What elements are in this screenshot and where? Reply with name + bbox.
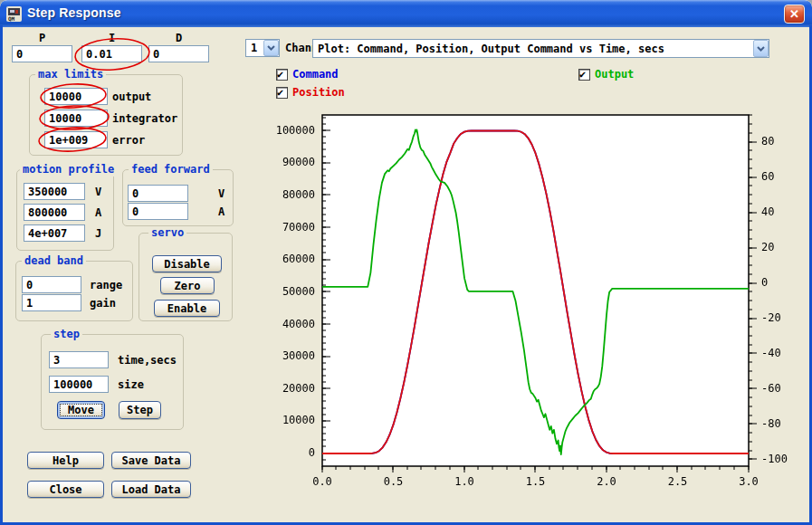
motion-profile-group: motion profile V A J	[16, 169, 114, 251]
acceleration-label: A	[95, 206, 101, 219]
velocity-label: V	[95, 186, 101, 198]
step-button[interactable]: Step	[119, 401, 161, 419]
command-checkbox-label: Command	[292, 68, 339, 81]
check-icon: ✔	[277, 68, 283, 81]
chevron-down-icon[interactable]	[263, 40, 279, 56]
velocity-field[interactable]	[24, 183, 85, 200]
d-gain-field[interactable]	[148, 45, 209, 62]
move-button[interactable]: Move	[57, 401, 105, 419]
command-checkbox[interactable]: ✔	[276, 69, 288, 81]
channel-select[interactable]: 1	[245, 39, 280, 57]
step-time-label: time,secs	[118, 354, 177, 367]
servo-zero-button[interactable]: Zero	[160, 277, 215, 294]
step-time-field[interactable]	[49, 351, 109, 368]
dead-band-group: dead band range gain	[15, 261, 133, 321]
p-label: P	[12, 32, 72, 44]
close-icon: ✕	[789, 7, 799, 21]
close-window-button[interactable]: Close	[27, 481, 104, 498]
app-icon: QM	[6, 6, 22, 22]
max-limits-group: max limits output integrator error	[29, 74, 183, 156]
chevron-down-icon[interactable]	[753, 40, 769, 57]
output-checkbox-label: Output	[595, 68, 634, 81]
p-gain-field[interactable]	[12, 45, 72, 62]
app-window: QM Step Response ✕ P I D 1 Channel Plot:…	[0, 0, 812, 525]
step-size-field[interactable]	[49, 376, 109, 393]
servo-disable-button[interactable]: Disable	[152, 255, 222, 272]
load-data-button[interactable]: Load Data	[111, 481, 191, 498]
dead-band-range-label: range	[90, 279, 122, 291]
max-output-field[interactable]	[44, 88, 108, 105]
max-error-field[interactable]	[44, 131, 108, 148]
d-label: D	[148, 32, 209, 44]
dead-band-gain-label: gain	[90, 297, 116, 310]
title-bar[interactable]: QM Step Response ✕	[0, 0, 812, 27]
check-icon: ✔	[579, 68, 586, 81]
jerk-label: J	[95, 227, 101, 240]
servo-title: servo	[148, 226, 186, 240]
channel-value: 1	[246, 42, 263, 54]
servo-group: servo Disable Zero Enable	[139, 233, 233, 321]
check-icon: ✔	[277, 86, 283, 99]
max-integrator-field[interactable]	[44, 110, 108, 127]
output-checkbox[interactable]: ✔	[578, 69, 590, 81]
window-border-left	[0, 25, 3, 525]
ff-acceleration-label: A	[218, 205, 224, 218]
max-integrator-label: integrator	[112, 112, 177, 125]
position-checkbox[interactable]: ✔	[276, 87, 288, 99]
servo-enable-button[interactable]: Enable	[154, 300, 220, 317]
i-label: I	[81, 32, 142, 44]
feed-forward-group: feed forward V A	[122, 169, 234, 226]
plot-select-value: Plot: Command, Position, Output Command …	[313, 43, 753, 55]
max-error-label: error	[112, 134, 145, 147]
motion-profile-title: motion profile	[20, 163, 117, 177]
dead-band-gain-field[interactable]	[22, 294, 81, 311]
dead-band-title: dead band	[22, 254, 86, 268]
close-button[interactable]: ✕	[784, 5, 805, 24]
feed-forward-title: feed forward	[129, 163, 213, 177]
jerk-field[interactable]	[24, 224, 85, 242]
acceleration-field[interactable]	[24, 204, 85, 221]
plot-select[interactable]: Plot: Command, Position, Output Command …	[312, 39, 769, 58]
step-response-plot	[253, 100, 807, 509]
max-output-label: output	[112, 91, 151, 103]
max-limits-title: max limits	[35, 68, 106, 81]
window-title: Step Response	[27, 5, 121, 20]
ff-acceleration-field[interactable]	[128, 203, 188, 220]
svg-text:QM: QM	[8, 15, 15, 22]
step-size-label: size	[118, 378, 144, 391]
step-title: step	[51, 328, 82, 341]
step-group: step time,secs size Move Step	[41, 334, 184, 430]
position-checkbox-label: Position	[292, 86, 345, 99]
save-data-button[interactable]: Save Data	[111, 452, 191, 469]
ff-velocity-field[interactable]	[128, 185, 188, 202]
ff-velocity-label: V	[218, 187, 224, 200]
i-gain-field[interactable]	[81, 45, 142, 62]
dead-band-range-field[interactable]	[22, 276, 81, 293]
help-button[interactable]: Help	[27, 452, 104, 469]
